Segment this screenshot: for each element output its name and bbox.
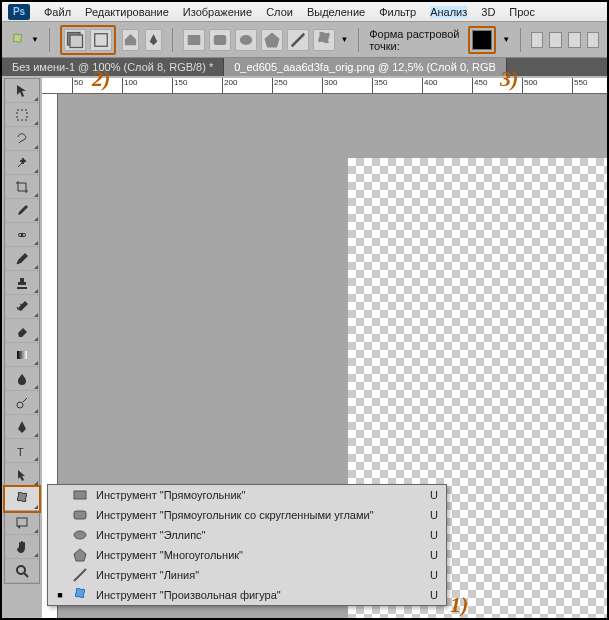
tool-brush[interactable] [5, 247, 39, 271]
tool-move[interactable] [5, 79, 39, 103]
menu-bar: Ps Файл Редактирование Изображение Слои … [2, 2, 607, 22]
tool-preset-icon[interactable] [10, 30, 25, 50]
svg-text:T: T [17, 446, 24, 458]
rect-icon [72, 487, 88, 503]
ruler-horizontal[interactable]: 50 100 150 200 250 300 350 400 450 500 5… [42, 78, 607, 94]
tool-eyedropper[interactable] [5, 199, 39, 223]
svg-rect-3 [187, 35, 200, 45]
svg-rect-8 [17, 110, 27, 120]
annotation-2: 2) [92, 66, 110, 92]
annotation-3: 3) [500, 66, 518, 92]
menu-edit[interactable]: Редактирование [85, 6, 169, 18]
shape-point-label: Форма растровой точки: [369, 28, 462, 52]
tool-crop[interactable] [5, 175, 39, 199]
menu-view[interactable]: Прос [509, 6, 535, 18]
pen-button[interactable] [145, 29, 162, 51]
shape-mode-group [60, 25, 116, 55]
pathop-1-button[interactable] [531, 32, 544, 48]
svg-rect-12 [17, 351, 27, 359]
flyout-rounded-rectangle[interactable]: Инструмент "Прямоугольник со скругленным… [48, 505, 446, 525]
tool-marquee[interactable] [5, 103, 39, 127]
tool-path-select[interactable] [5, 463, 39, 487]
menu-filter[interactable]: Фильтр [379, 6, 416, 18]
svg-marker-20 [74, 549, 86, 561]
fill-pixels-button[interactable] [122, 29, 139, 51]
tool-gradient[interactable] [5, 343, 39, 367]
svg-rect-2 [94, 33, 107, 46]
tool-wand[interactable] [5, 151, 39, 175]
shape-options-arrow[interactable]: ▼ [341, 35, 349, 44]
svg-point-11 [23, 234, 25, 236]
tab-1[interactable]: Без имени-1 @ 100% (Слой 8, RGB/8) * [2, 58, 224, 76]
blob-icon [72, 587, 88, 603]
svg-rect-4 [213, 35, 226, 45]
tool-pen[interactable] [5, 415, 39, 439]
roundrect-icon [72, 507, 88, 523]
shape-layers-button[interactable] [64, 29, 86, 51]
menu-file[interactable]: Файл [44, 6, 71, 18]
tool-notes[interactable] [5, 511, 39, 535]
tool-blur[interactable] [5, 367, 39, 391]
svg-line-21 [74, 569, 86, 581]
flyout-ellipse[interactable]: Инструмент "Эллипс" U [48, 525, 446, 545]
svg-line-7 [291, 33, 304, 46]
tool-type[interactable]: T [5, 439, 39, 463]
svg-rect-15 [17, 518, 27, 526]
shape-tool-flyout: Инструмент "Прямоугольник" U Инструмент … [47, 484, 447, 606]
rect-shape-button[interactable] [183, 29, 205, 51]
tool-custom-shape[interactable] [5, 487, 39, 511]
flyout-line[interactable]: Инструмент "Линия" U [48, 565, 446, 585]
line-shape-button[interactable] [287, 29, 309, 51]
svg-rect-1 [70, 35, 83, 48]
menu-3d[interactable]: 3D [481, 6, 495, 18]
menu-layers[interactable]: Слои [266, 6, 293, 18]
flyout-polygon[interactable]: Инструмент "Многоугольник" U [48, 545, 446, 565]
menu-image[interactable]: Изображение [183, 6, 252, 18]
tool-stamp[interactable] [5, 271, 39, 295]
polygon-icon [72, 547, 88, 563]
roundrect-shape-button[interactable] [209, 29, 231, 51]
paths-button[interactable] [90, 29, 112, 51]
svg-rect-18 [74, 511, 86, 519]
svg-point-19 [74, 531, 86, 539]
ellipse-shape-button[interactable] [235, 29, 257, 51]
svg-point-10 [19, 234, 21, 236]
svg-marker-6 [264, 32, 279, 47]
tool-eraser[interactable] [5, 319, 39, 343]
flyout-custom-shape[interactable]: ■ Инструмент "Произвольная фигура" U [48, 585, 446, 605]
flyout-rectangle[interactable]: Инструмент "Прямоугольник" U [48, 485, 446, 505]
polygon-shape-button[interactable] [261, 29, 283, 51]
ellipse-icon [72, 527, 88, 543]
options-bar: ▼ ▼ Форма растровой точки: ▼ [2, 22, 607, 58]
selected-marker: ■ [56, 590, 64, 600]
pathop-4-button[interactable] [587, 32, 600, 48]
svg-point-13 [17, 402, 23, 408]
app-logo: Ps [8, 4, 30, 20]
fill-color-swatch[interactable] [472, 30, 492, 50]
tool-heal[interactable] [5, 223, 39, 247]
tool-zoom[interactable] [5, 559, 39, 583]
svg-point-5 [239, 35, 252, 45]
annotation-1: 1) [450, 592, 468, 618]
primitive-shapes-group [183, 29, 335, 51]
line-icon [72, 567, 88, 583]
pathop-3-button[interactable] [568, 32, 581, 48]
menu-select[interactable]: Выделение [307, 6, 365, 18]
fill-color-group [468, 26, 496, 54]
toolbox: T [4, 78, 40, 584]
tool-hand[interactable] [5, 535, 39, 559]
tool-history-brush[interactable] [5, 295, 39, 319]
dropdown-arrow-icon[interactable]: ▼ [31, 35, 39, 44]
menu-analysis[interactable]: Анализ [430, 6, 467, 18]
svg-rect-17 [74, 491, 86, 499]
svg-point-16 [17, 566, 25, 574]
pathop-2-button[interactable] [549, 32, 562, 48]
color-dropdown-arrow[interactable]: ▼ [502, 35, 510, 44]
tool-dodge[interactable] [5, 391, 39, 415]
tool-lasso[interactable] [5, 127, 39, 151]
custom-shape-button[interactable] [313, 29, 335, 51]
tab-2[interactable]: 0_ed605_aaa6d3fa_orig.png @ 12,5% (Слой … [224, 58, 507, 76]
